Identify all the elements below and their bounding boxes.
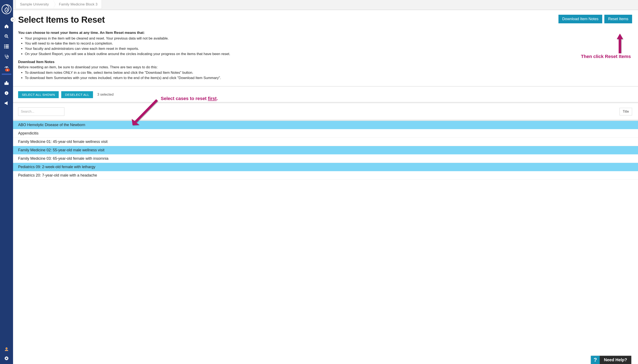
svg-rect-19 bbox=[6, 93, 7, 94]
selection-toolbar: SELECT ALL SHOWN DESELECT ALL 3 selected bbox=[13, 86, 638, 102]
notes-subtext: Before resetting an item, be sure to dow… bbox=[18, 65, 158, 69]
list-item[interactable]: Appendicitis bbox=[13, 129, 638, 138]
breadcrumb: Sample University Family Medicine Block … bbox=[16, 0, 102, 9]
notes-bullet-list: To download item notes ONLY in a csv fil… bbox=[25, 70, 632, 80]
svg-line-2 bbox=[7, 37, 9, 38]
info-icon[interactable] bbox=[4, 90, 9, 96]
breadcrumb-item-block[interactable]: Family Medicine Block 3 bbox=[53, 0, 102, 8]
intro-bullet-list: Your progress in the item will be cleare… bbox=[25, 36, 632, 57]
notes-bullet: To download item notes ONLY in a csv fil… bbox=[25, 70, 632, 76]
logo-swirl-icon bbox=[2, 4, 12, 14]
breadcrumb-item-university[interactable]: Sample University bbox=[16, 0, 53, 8]
close-icon[interactable] bbox=[4, 356, 9, 361]
svg-point-5 bbox=[4, 44, 5, 46]
selected-count: 3 selected bbox=[97, 92, 114, 97]
svg-point-20 bbox=[6, 348, 7, 349]
svg-point-9 bbox=[4, 48, 5, 48]
svg-point-18 bbox=[6, 92, 7, 92]
sidebar-divider bbox=[2, 74, 11, 75]
svg-rect-8 bbox=[6, 46, 9, 47]
list-item[interactable]: ABO Hemolytic Disease of the Newborn bbox=[13, 121, 638, 129]
search-sort-row: Title bbox=[13, 102, 638, 120]
intro-heading: You can choose to reset your items at an… bbox=[18, 31, 145, 35]
topbar: Sample University Family Medicine Block … bbox=[13, 0, 638, 10]
user-icon[interactable] bbox=[4, 346, 9, 352]
download-item-notes-button[interactable]: Download Item Notes bbox=[558, 15, 602, 23]
list-icon[interactable] bbox=[4, 44, 9, 49]
intro-bullet: Your faculty and administrators can view… bbox=[25, 46, 632, 52]
home-icon[interactable] bbox=[4, 24, 9, 29]
stethoscope-icon[interactable] bbox=[4, 54, 9, 59]
question-mark-icon: ? bbox=[591, 356, 600, 364]
announcements-icon[interactable] bbox=[4, 100, 9, 106]
svg-rect-14 bbox=[6, 81, 7, 85]
deselect-all-button[interactable]: DESELECT ALL bbox=[61, 91, 93, 98]
description-block: You can choose to reset your items at an… bbox=[18, 30, 632, 81]
list-item[interactable]: Family Medicine 02: 55-year-old male wel… bbox=[13, 146, 638, 154]
app-logo bbox=[1, 1, 13, 18]
item-list: ABO Hemolytic Disease of the NewbornAppe… bbox=[13, 120, 638, 180]
svg-rect-6 bbox=[6, 45, 9, 46]
dashboard-badge: 1 bbox=[5, 68, 10, 72]
svg-point-7 bbox=[4, 46, 5, 47]
list-item[interactable]: Pediatrics 09: 2-week-old female with le… bbox=[13, 163, 638, 171]
list-item[interactable]: Pediatrics 20: 7-year-old male with a he… bbox=[13, 171, 638, 180]
page-title: Select Items to Reset bbox=[18, 15, 105, 25]
intro-bullet: Your progress in the item will be cleare… bbox=[25, 36, 632, 41]
institution-icon[interactable] bbox=[4, 80, 9, 86]
reset-items-button[interactable]: Reset Items bbox=[604, 15, 632, 23]
svg-rect-10 bbox=[6, 48, 9, 48]
select-all-button[interactable]: SELECT ALL SHOWN bbox=[18, 91, 59, 98]
need-help-label: Need Help? bbox=[600, 356, 631, 364]
notes-bullet: To download Item Summaries with your not… bbox=[25, 76, 632, 81]
intro-bullet: On your Student Report, you will see a b… bbox=[25, 52, 632, 57]
search-plus-icon[interactable] bbox=[4, 34, 9, 39]
svg-rect-15 bbox=[5, 82, 6, 85]
search-input[interactable] bbox=[18, 108, 64, 116]
main-area: Sample University Family Medicine Block … bbox=[13, 0, 638, 364]
notes-heading: Download Item Notes bbox=[18, 60, 55, 64]
need-help-button[interactable]: ? Need Help? bbox=[591, 356, 631, 364]
svg-point-11 bbox=[8, 56, 9, 57]
intro-bullet: You will need to re-take the item to rec… bbox=[25, 41, 632, 46]
sidebar: 1 bbox=[0, 0, 13, 364]
svg-rect-16 bbox=[7, 82, 9, 85]
dashboard-icon[interactable]: 1 bbox=[4, 64, 9, 69]
list-item[interactable]: Family Medicine 03: 65-year-old female w… bbox=[13, 154, 638, 163]
sort-by-title-button[interactable]: Title bbox=[619, 108, 632, 116]
list-item[interactable]: Family Medicine 01: 45-year-old female w… bbox=[13, 138, 638, 146]
